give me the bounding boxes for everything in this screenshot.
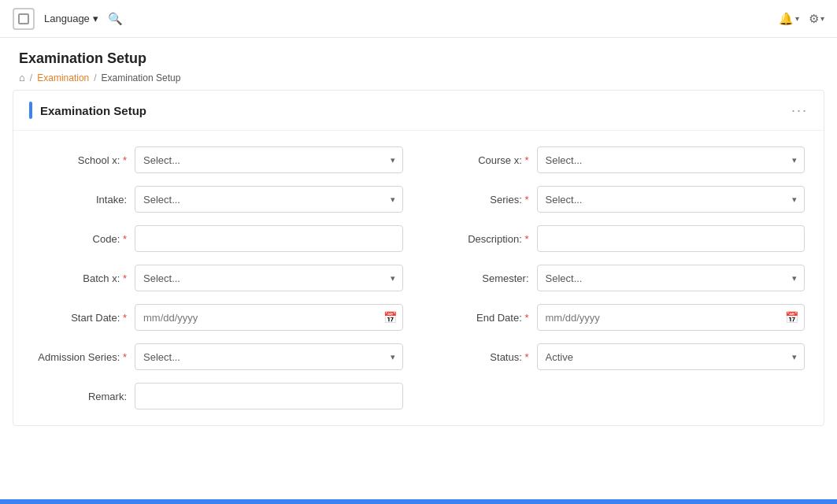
school-label: School x: *: [32, 154, 127, 166]
section-title: Examination Setup: [40, 104, 146, 117]
breadcrumb-sep-2: /: [94, 72, 96, 83]
start-date-label: Start Date: *: [32, 312, 127, 324]
school-select-wrap: Select... ▾: [135, 146, 403, 173]
breadcrumb-current: Examination Setup: [102, 72, 181, 83]
settings-button[interactable]: ⚙ ▾: [809, 12, 824, 26]
semester-field-row: Semester: Select... ▾: [435, 265, 806, 291]
status-select-wrap: Active ▾: [537, 343, 806, 370]
code-required-indicator: *: [123, 233, 127, 245]
status-label: Status: *: [435, 351, 529, 363]
start-date-field-row: Start Date: * 📅: [32, 304, 403, 331]
description-required-indicator: *: [524, 233, 528, 245]
navbar-left: Language ▾ 🔍: [13, 8, 123, 30]
status-select[interactable]: Active: [537, 343, 806, 370]
school-required-indicator: *: [123, 154, 127, 166]
navbar: Language ▾ 🔍 🔔 ▾ ⚙ ▾: [0, 0, 837, 38]
admission-series-label: Admission Series: *: [32, 351, 127, 363]
language-label: Language: [44, 13, 90, 24]
batch-label: Batch x: *: [32, 272, 127, 284]
course-label: Course x: *: [435, 154, 529, 166]
series-select[interactable]: Select...: [537, 186, 806, 213]
series-required-indicator: *: [524, 194, 528, 206]
language-button[interactable]: Language ▾: [44, 13, 98, 24]
page-title: Examination Setup: [19, 50, 818, 67]
notification-button[interactable]: 🔔 ▾: [779, 12, 799, 26]
status-required-indicator: *: [524, 351, 528, 363]
school-select[interactable]: Select...: [135, 146, 403, 173]
section-header: Examination Setup ···: [13, 91, 824, 131]
more-options-button[interactable]: ···: [791, 102, 808, 119]
bell-chevron-icon: ▾: [795, 14, 799, 23]
empty-col: [435, 383, 806, 410]
end-date-input[interactable]: [537, 304, 806, 331]
code-field-row: Code: *: [32, 225, 403, 252]
breadcrumb-examination-link[interactable]: Examination: [37, 72, 89, 83]
admission-series-select-wrap: Select... ▾: [135, 343, 403, 370]
semester-label: Semester:: [435, 272, 529, 284]
batch-field-row: Batch x: * Select... ▾: [32, 265, 403, 291]
batch-select[interactable]: Select...: [135, 265, 403, 291]
section-card: Examination Setup ··· School x: * Select…: [13, 90, 824, 426]
course-required-indicator: *: [524, 154, 528, 166]
admission-series-select[interactable]: Select...: [135, 343, 403, 370]
form-body: School x: * Select... ▾ Course x: *: [13, 131, 824, 425]
bell-icon: 🔔: [779, 12, 794, 26]
description-input[interactable]: [537, 225, 806, 252]
start-date-required-indicator: *: [123, 312, 127, 324]
admission-series-required-indicator: *: [123, 351, 127, 363]
series-label: Series: *: [435, 194, 529, 206]
breadcrumb-home-icon[interactable]: ⌂: [19, 72, 25, 83]
semester-select[interactable]: Select...: [537, 265, 806, 291]
series-select-wrap: Select... ▾: [537, 186, 806, 213]
start-date-wrap: 📅: [135, 304, 403, 331]
language-chevron-icon: ▾: [93, 13, 98, 24]
code-label: Code: *: [32, 233, 127, 245]
navbar-right: 🔔 ▾ ⚙ ▾: [779, 12, 824, 26]
end-date-wrap: 📅: [537, 304, 806, 331]
gear-icon: ⚙: [809, 12, 819, 26]
intake-select[interactable]: Select...: [135, 186, 403, 213]
remark-field-row: Remark:: [32, 383, 403, 410]
end-date-label: End Date: *: [435, 312, 529, 324]
search-icon[interactable]: 🔍: [108, 12, 123, 26]
breadcrumb: ⌂ / Examination / Examination Setup: [19, 72, 818, 83]
remark-input[interactable]: [135, 383, 403, 410]
course-field-row: Course x: * Select... ▾: [435, 146, 806, 173]
course-select[interactable]: Select...: [537, 146, 806, 173]
semester-select-wrap: Select... ▾: [537, 265, 806, 291]
course-select-wrap: Select... ▾: [537, 146, 806, 173]
description-label: Description: *: [435, 233, 529, 245]
end-date-field-row: End Date: * 📅: [435, 304, 806, 331]
page-header: Examination Setup ⌂ / Examination / Exam…: [0, 38, 837, 90]
batch-select-wrap: Select... ▾: [135, 265, 403, 291]
intake-field-row: Intake: Select... ▾: [32, 186, 403, 213]
breadcrumb-sep-1: /: [30, 72, 32, 83]
bottom-accent-bar: [0, 499, 837, 504]
end-date-required-indicator: *: [524, 312, 528, 324]
form-grid: School x: * Select... ▾ Course x: *: [32, 146, 805, 410]
series-field-row: Series: * Select... ▾: [435, 186, 806, 213]
intake-label: Intake:: [32, 194, 127, 206]
code-input[interactable]: [135, 225, 403, 252]
intake-select-wrap: Select... ▾: [135, 186, 403, 213]
description-field-row: Description: *: [435, 225, 806, 252]
section-title-wrap: Examination Setup: [29, 102, 146, 119]
start-date-input[interactable]: [135, 304, 403, 331]
status-field-row: Status: * Active ▾: [435, 343, 806, 370]
admission-series-field-row: Admission Series: * Select... ▾: [32, 343, 403, 370]
batch-required-indicator: *: [123, 272, 127, 284]
settings-chevron-icon: ▾: [820, 14, 824, 23]
remark-label: Remark:: [32, 391, 127, 402]
logo-icon[interactable]: [13, 8, 35, 30]
section-accent-bar: [29, 102, 32, 119]
school-field-row: School x: * Select... ▾: [32, 146, 403, 173]
